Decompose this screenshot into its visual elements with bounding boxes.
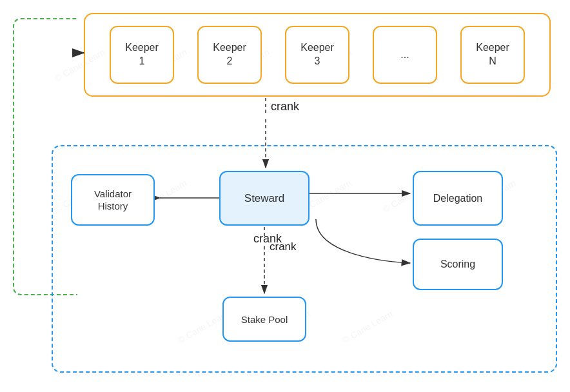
crank-top: crank [0, 100, 570, 113]
keeper-group: Keeper1 Keeper2 Keeper3 ... KeeperN [84, 13, 551, 97]
delegation-box: Delegation [413, 171, 503, 226]
steward-box: Steward [219, 171, 310, 226]
validator-history-box: ValidatorHistory [71, 174, 155, 226]
crank-bottom-label: crank [253, 232, 282, 246]
crank-top-label: crank [271, 100, 299, 113]
keeper-box-dots: ... [373, 26, 437, 84]
keeper-box-3: Keeper3 [285, 26, 349, 84]
keeper-box-1: Keeper1 [110, 26, 174, 84]
crank-bottom: crank [248, 232, 287, 246]
keeper-box-n: KeeperN [460, 26, 525, 84]
keeper-box-2: Keeper2 [197, 26, 262, 84]
stake-pool-box: Stake Pool [222, 297, 306, 342]
scoring-box: Scoring [413, 239, 503, 290]
diagram-container: © Cane Learn© Cane Learn© Cane Learn © C… [0, 0, 570, 392]
